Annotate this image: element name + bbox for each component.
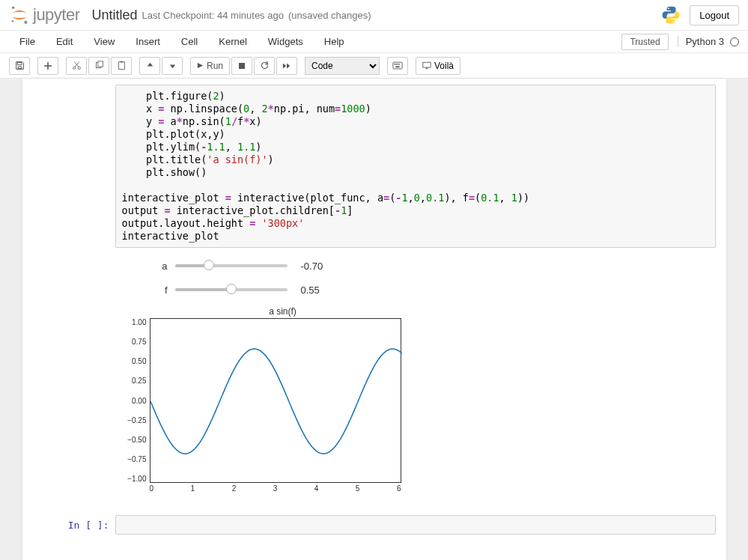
header: jupyter Untitled Last Checkpoint: 44 min… bbox=[0, 0, 748, 31]
svg-point-6 bbox=[78, 67, 80, 69]
voila-label: Voilà bbox=[434, 61, 454, 71]
cell-output: a -0.70 f 0.55 bbox=[115, 248, 716, 493]
menu-edit[interactable]: Edit bbox=[46, 31, 83, 52]
svg-rect-16 bbox=[395, 66, 399, 67]
stop-button[interactable] bbox=[231, 57, 252, 75]
menu-kernel[interactable]: Kernel bbox=[208, 31, 258, 52]
slider-a[interactable]: a -0.70 bbox=[115, 254, 716, 278]
code-input[interactable]: plt.figure(2) x = np.linspace(0, 2*np.pi… bbox=[115, 85, 716, 248]
paste-button[interactable] bbox=[111, 57, 132, 75]
menu-view[interactable]: View bbox=[83, 31, 125, 52]
notebook-title[interactable]: Untitled bbox=[92, 7, 138, 23]
monitor-icon bbox=[422, 61, 431, 70]
checkpoint-text: Last Checkpoint: 44 minutes ago bbox=[142, 10, 284, 21]
svg-point-4 bbox=[673, 21, 675, 22]
cell-type-select[interactable]: Code bbox=[305, 57, 380, 75]
run-label: Run bbox=[207, 61, 223, 71]
move-down-button[interactable] bbox=[162, 57, 183, 75]
voila-button[interactable]: Voilà bbox=[416, 57, 460, 75]
command-palette-button[interactable] bbox=[387, 57, 408, 75]
unsaved-text: (unsaved changes) bbox=[288, 10, 371, 21]
copy-button[interactable] bbox=[88, 57, 109, 75]
slider-f[interactable]: f 0.55 bbox=[115, 278, 716, 302]
slider-a-label: a bbox=[115, 261, 175, 272]
kernel-name: Python 3 bbox=[678, 36, 724, 47]
run-button[interactable]: Run bbox=[190, 57, 230, 75]
slider-f-thumb[interactable] bbox=[226, 284, 237, 294]
svg-rect-8 bbox=[97, 61, 103, 67]
svg-point-3 bbox=[668, 7, 669, 9]
cell-prompt bbox=[33, 85, 115, 493]
code-input-empty[interactable] bbox=[115, 515, 716, 535]
chart-plot-area bbox=[150, 318, 401, 483]
svg-rect-9 bbox=[118, 62, 124, 70]
svg-rect-17 bbox=[423, 62, 431, 67]
chart-title: a sin(f) bbox=[115, 306, 415, 317]
restart-button[interactable] bbox=[254, 57, 275, 75]
slider-a-thumb[interactable] bbox=[204, 260, 214, 270]
cell-prompt-empty: In [ ]: bbox=[33, 515, 115, 535]
restart-run-all-button[interactable] bbox=[276, 57, 297, 75]
chart: a sin(f) 1.000.750.500.250.00−0.25−0.50−… bbox=[115, 306, 415, 493]
jupyter-icon bbox=[9, 4, 30, 25]
menubar: FileEditViewInsertCellKernelWidgetsHelp … bbox=[0, 31, 748, 53]
menu-help[interactable]: Help bbox=[314, 31, 355, 52]
svg-rect-11 bbox=[239, 63, 245, 69]
slider-f-label: f bbox=[115, 284, 175, 296]
chart-line bbox=[150, 319, 402, 484]
kernel-status-icon bbox=[730, 37, 739, 46]
svg-rect-13 bbox=[395, 64, 396, 65]
svg-rect-10 bbox=[120, 61, 122, 63]
svg-point-5 bbox=[73, 67, 75, 69]
notebook-container: plt.figure(2) x = np.linspace(0, 2*np.pi… bbox=[0, 79, 748, 560]
slider-f-value: 0.55 bbox=[301, 284, 320, 296]
cut-button[interactable] bbox=[66, 57, 87, 75]
logout-button[interactable]: Logout bbox=[690, 5, 739, 25]
svg-rect-14 bbox=[396, 64, 398, 65]
trusted-badge[interactable]: Trusted bbox=[621, 34, 668, 50]
jupyter-logo[interactable]: jupyter bbox=[9, 4, 80, 25]
chart-yticks: 1.000.750.500.250.00−0.25−0.50−0.75−1.00 bbox=[115, 318, 150, 483]
python-icon bbox=[661, 5, 681, 25]
slider-a-value: -0.70 bbox=[301, 261, 323, 272]
svg-point-1 bbox=[24, 21, 27, 24]
empty-code-cell[interactable]: In [ ]: bbox=[33, 515, 716, 535]
svg-point-2 bbox=[12, 20, 14, 22]
slider-f-track[interactable] bbox=[175, 288, 288, 291]
svg-rect-12 bbox=[393, 62, 402, 69]
add-cell-button[interactable] bbox=[37, 57, 58, 75]
menu-file[interactable]: File bbox=[9, 31, 46, 52]
toolbar: Run Code Voilà bbox=[0, 53, 748, 79]
svg-point-0 bbox=[12, 6, 15, 9]
menu-insert[interactable]: Insert bbox=[125, 31, 171, 52]
svg-rect-15 bbox=[398, 64, 400, 65]
chart-xticks: 0123456 bbox=[150, 483, 401, 493]
kernel-indicator[interactable]: Python 3 bbox=[678, 36, 739, 47]
move-up-button[interactable] bbox=[139, 57, 160, 75]
code-cell[interactable]: plt.figure(2) x = np.linspace(0, 2*np.pi… bbox=[33, 85, 716, 493]
menu-widgets[interactable]: Widgets bbox=[258, 31, 314, 52]
slider-a-track[interactable] bbox=[175, 264, 288, 267]
save-button[interactable] bbox=[9, 57, 30, 75]
menu-cell[interactable]: Cell bbox=[171, 31, 208, 52]
logo-text: jupyter bbox=[33, 5, 80, 25]
notebook: plt.figure(2) x = np.linspace(0, 2*np.pi… bbox=[22, 79, 726, 560]
